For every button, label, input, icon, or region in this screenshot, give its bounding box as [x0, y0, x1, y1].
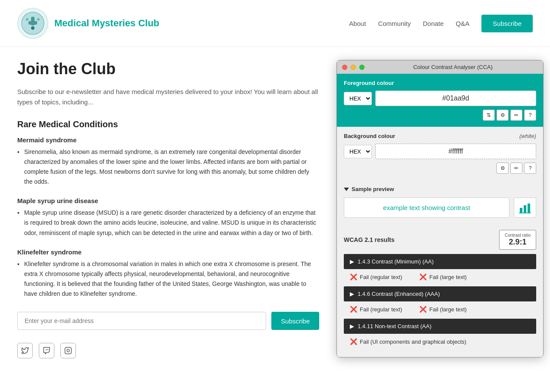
traffic-light-maximize[interactable]	[359, 65, 365, 70]
right-column: Colour Contrast Analyser (CCA) Foregroun…	[336, 60, 544, 358]
svg-point-4	[26, 18, 28, 21]
foreground-pick-button[interactable]: ✏	[510, 110, 522, 121]
preview-collapse-icon[interactable]	[344, 188, 349, 191]
condition-mermaid-title: Mermaid syndrome	[17, 136, 319, 144]
contrast-ratio-box: Contrast ratio 2.9:1	[499, 230, 536, 250]
foreground-hex-input[interactable]	[375, 91, 536, 106]
condition-maple-desc: Maple syrup urine disease (MSUD) is a ra…	[17, 208, 319, 238]
preview-header: Sample preview	[344, 186, 536, 192]
criterion-146-result-regular: ❌ Fail (regular text)	[350, 306, 402, 313]
criterion-143[interactable]: ▶ 1.4.3 Contrast (Minimum) (AA)	[344, 254, 536, 269]
background-help-button[interactable]: ?	[524, 163, 536, 174]
background-tools: ⚙ ✏ ?	[344, 163, 536, 174]
svg-rect-8	[520, 208, 522, 213]
criterion-1411-label: 1.4.11 Non-text Contrast (AA)	[358, 323, 431, 329]
criterion-1411-play-icon: ▶	[350, 323, 354, 329]
fail-icon-143-regular: ❌	[350, 273, 357, 280]
background-input-row: HEX	[344, 144, 536, 159]
social-icons-row	[17, 343, 319, 358]
preview-text-box: example text showing contrast	[344, 198, 509, 218]
svg-point-5	[37, 18, 40, 21]
header-subscribe-button[interactable]: Subscribe	[481, 15, 533, 32]
preview-section: Sample preview example text showing cont…	[337, 180, 543, 224]
foreground-help-button[interactable]: ?	[524, 110, 536, 121]
svg-point-3	[31, 26, 35, 30]
contrast-ratio-value: 2.9:1	[505, 238, 531, 247]
bar-chart-icon	[518, 201, 532, 215]
fail-icon-143-large: ❌	[419, 273, 427, 280]
svg-rect-6	[65, 348, 72, 354]
criterion-1411[interactable]: ▶ 1.4.11 Non-text Contrast (AA)	[344, 319, 536, 334]
logo-icon	[21, 12, 44, 35]
background-label: Background colour	[344, 133, 395, 139]
foreground-swap-button[interactable]: ⇅	[483, 110, 495, 121]
condition-maple-title: Maple syrup urine disease	[17, 197, 319, 204]
left-column: Join the Club Subscribe to our e-newslet…	[17, 60, 319, 358]
condition-mermaid-desc: Sirenomelia, also known as mermaid syndr…	[17, 147, 319, 187]
nav-qa[interactable]: Q&A	[456, 20, 470, 27]
intro-text: Subscribe to our e-newsletter and have m…	[17, 87, 319, 107]
background-adjust-button[interactable]: ⚙	[497, 163, 509, 174]
nav-community[interactable]: Community	[378, 20, 411, 27]
email-subscribe-button[interactable]: Subscribe	[271, 312, 319, 330]
twitch-icon[interactable]	[39, 343, 54, 358]
email-subscribe-row: Subscribe	[17, 312, 319, 330]
site-header: Medical Mysteries Club About Community D…	[0, 0, 550, 47]
foreground-format-select[interactable]: HEX	[344, 92, 372, 105]
cca-title: Colour Contrast Analyser (CCA)	[368, 64, 538, 70]
criterion-146-result-large: ❌ Fail (large text)	[419, 306, 467, 313]
cca-titlebar: Colour Contrast Analyser (CCA)	[337, 60, 543, 74]
traffic-light-close[interactable]	[342, 65, 347, 70]
condition-mermaid-text: Sirenomelia, also known as mermaid syndr…	[17, 147, 319, 187]
condition-mermaid: Mermaid syndrome Sirenomelia, also known…	[17, 136, 319, 187]
criterion-143-regular-text: Fail (regular text)	[360, 274, 402, 280]
condition-klinefelter-desc: Klinefelter syndrome is a chromosomal va…	[17, 259, 319, 299]
condition-maple: Maple syrup urine disease Maple syrup ur…	[17, 197, 319, 238]
fail-icon-146-large: ❌	[419, 306, 427, 313]
email-input[interactable]	[17, 312, 266, 330]
svg-rect-2	[28, 21, 37, 25]
criterion-146[interactable]: ▶ 1.4.6 Contrast (Enhanced) (AAA)	[344, 286, 536, 301]
background-pick-button[interactable]: ✏	[510, 163, 522, 174]
fail-icon-1411-ui: ❌	[350, 338, 357, 345]
background-header: Background colour (white)	[344, 133, 536, 139]
instagram-icon[interactable]	[60, 343, 76, 358]
main-content: Join the Club Subscribe to our e-newslet…	[0, 47, 550, 371]
background-section: Background colour (white) HEX ⚙ ✏ ?	[337, 127, 543, 180]
criterion-146-results: ❌ Fail (regular text) ❌ Fail (large text…	[344, 302, 536, 316]
criterion-143-result-large: ❌ Fail (large text)	[419, 273, 467, 280]
wcag-results-header: WCAG 2.1 results Contrast ratio 2.9:1	[344, 230, 536, 250]
foreground-section: Foreground colour HEX ⇅ ⚙ ✏ ?	[337, 74, 543, 127]
traffic-light-minimize[interactable]	[351, 65, 356, 70]
site-logo	[17, 8, 48, 39]
main-nav: About Community Donate Q&A Subscribe	[349, 15, 533, 32]
background-hex-input[interactable]	[375, 144, 536, 159]
condition-klinefelter: Klinefelter syndrome Klinefelter syndrom…	[17, 248, 319, 299]
criterion-143-play-icon: ▶	[350, 258, 354, 265]
criterion-143-label: 1.4.3 Contrast (Minimum) (AA)	[358, 258, 434, 265]
svg-rect-10	[528, 204, 530, 213]
criterion-143-results: ❌ Fail (regular text) ❌ Fail (large text…	[344, 270, 536, 284]
wcag-results-section: WCAG 2.1 results Contrast ratio 2.9:1 ▶ …	[337, 224, 543, 357]
criterion-1411-ui-text: Fail (UI components and graphical object…	[360, 339, 466, 345]
preview-sample-text: example text showing contrast	[383, 204, 470, 211]
nav-about[interactable]: About	[349, 20, 366, 27]
background-format-select[interactable]: HEX	[344, 145, 372, 158]
cca-panel: Colour Contrast Analyser (CCA) Foregroun…	[336, 60, 544, 358]
foreground-input-row: HEX	[344, 91, 536, 106]
criterion-1411-results: ❌ Fail (UI components and graphical obje…	[344, 335, 536, 348]
criterion-146-regular-text: Fail (regular text)	[360, 306, 402, 313]
preview-label: Sample preview	[352, 186, 394, 192]
background-note: (white)	[519, 133, 536, 139]
criterion-143-result-regular: ❌ Fail (regular text)	[350, 273, 402, 280]
twitter-icon[interactable]	[17, 343, 33, 358]
svg-rect-9	[524, 205, 526, 213]
condition-klinefelter-text: Klinefelter syndrome is a chromosomal va…	[17, 259, 319, 299]
wcag-results-label: WCAG 2.1 results	[344, 236, 394, 243]
site-title: Medical Mysteries Club	[54, 18, 159, 29]
foreground-adjust-button[interactable]: ⚙	[497, 110, 509, 121]
logo-area: Medical Mysteries Club	[17, 8, 159, 39]
criterion-143-large-text: Fail (large text)	[429, 274, 467, 280]
chart-view-button[interactable]	[514, 198, 536, 218]
nav-donate[interactable]: Donate	[423, 20, 443, 27]
